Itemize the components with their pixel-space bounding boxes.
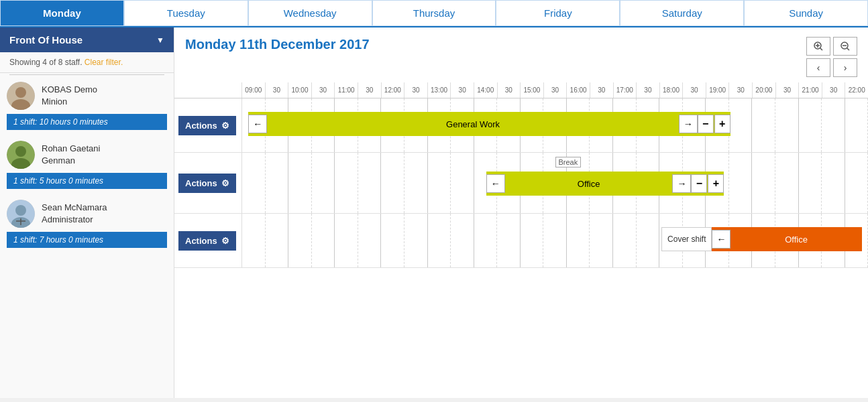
staff-item-2: Rohan GaetaniGenman 1 shift: 5 hours 0 m… [0, 135, 174, 189]
staff-info-1: KOBAS DemoMinion [7, 82, 167, 114]
staff-item-3: Sean McNamaraAdministrator 1 shift: 7 ho… [0, 194, 174, 248]
gear-icon-3: ⚙ [221, 236, 229, 246]
clear-filter-link[interactable]: Clear filter. [85, 58, 123, 67]
tab-friday[interactable]: Friday [496, 0, 620, 26]
tab-wednesday[interactable]: Wednesday [248, 0, 372, 26]
filter-text: Showing 4 of 8 staff. [9, 58, 83, 67]
row-actions-1: Actions ⚙ [174, 98, 241, 152]
actions-button-3[interactable]: Actions ⚙ [178, 231, 236, 251]
schedule-row-1: Actions ⚙ ← General Work → − [174, 98, 868, 153]
cover-shift-label: Cover shift [661, 227, 712, 251]
shift-bar-2: ← Office → − + [486, 172, 724, 196]
tab-saturday[interactable]: Saturday [620, 0, 744, 26]
shift-minus-1[interactable]: − [698, 115, 714, 133]
zoom-out-button[interactable] [833, 37, 857, 56]
shift-end-btns-2: − + [691, 174, 724, 193]
zoom-row-1 [806, 37, 857, 56]
shift-bar-1: ← General Work → − + [248, 112, 730, 136]
header-spacer [174, 82, 241, 98]
row-grid-3: Cover shift ← Office [241, 214, 868, 267]
sidebar-title: Front Of House [9, 34, 83, 46]
shift-right-arrow-2[interactable]: → [672, 174, 691, 193]
actions-button-2[interactable]: Actions ⚙ [178, 174, 236, 193]
schedule-title: Monday 11th December 2017 [185, 37, 370, 52]
time-labels-row: 09:003010:003011:003012:003013:003014:00… [241, 82, 868, 98]
sidebar-filter: Showing 4 of 8 staff. Clear filter. [0, 52, 174, 73]
staff-info-2: Rohan GaetaniGenman [7, 141, 167, 173]
actions-button-1[interactable]: Actions ⚙ [178, 116, 236, 135]
avatar-2 [7, 141, 35, 169]
zoom-controls: ‹ › [806, 37, 857, 77]
row-actions-3: Actions ⚙ [174, 214, 241, 267]
main-container: Front Of House ▼ Showing 4 of 8 staff. C… [0, 27, 868, 398]
avatar-3 [7, 200, 35, 228]
staff-shift-bar-3: 1 shift: 7 hours 0 minutes [7, 232, 167, 248]
break-label: Break [555, 157, 582, 168]
gear-icon-2: ⚙ [221, 178, 229, 188]
shift-plus-1[interactable]: + [714, 115, 730, 133]
sidebar-header[interactable]: Front Of House ▼ [0, 27, 174, 52]
staff-name-2: Rohan GaetaniGenman [42, 143, 100, 167]
staff-item-1: KOBAS DemoMinion 1 shift: 10 hours 0 min… [0, 76, 174, 130]
svg-line-16 [847, 48, 850, 51]
shift-plus-2[interactable]: + [708, 174, 724, 193]
zoom-in-button[interactable] [806, 37, 830, 56]
shift-end-btns-1: − + [698, 115, 730, 133]
tab-sunday[interactable]: Sunday [744, 0, 868, 26]
staff-shift-bar-2: 1 shift: 5 hours 0 minutes [7, 173, 167, 189]
svg-point-1 [15, 87, 26, 98]
avatar-1 [7, 82, 35, 110]
schedule-header: Monday 11th December 2017 ‹ › [174, 27, 868, 82]
shift-bar-3: Cover shift ← Office [661, 227, 862, 251]
sidebar: Front Of House ▼ Showing 4 of 8 staff. C… [0, 27, 174, 398]
next-button[interactable]: › [833, 58, 857, 77]
shift-left-arrow-3[interactable]: ← [712, 230, 730, 249]
shift-left-arrow-2[interactable]: ← [486, 174, 505, 193]
gear-icon-1: ⚙ [221, 121, 229, 131]
schedule-row-3: Actions ⚙ Cover shift ← Office [174, 214, 868, 268]
tab-thursday[interactable]: Thursday [372, 0, 496, 26]
shift-right-arrow-1[interactable]: → [679, 115, 698, 133]
shift-label-1: General Work [267, 119, 678, 129]
shift-label-2: Office [505, 179, 673, 189]
shift-minus-2[interactable]: − [691, 174, 707, 193]
app-container: Monday Tuesday Wednesday Thursday Friday… [0, 0, 868, 398]
day-tabs: Monday Tuesday Wednesday Thursday Friday… [0, 0, 868, 27]
staff-info-3: Sean McNamaraAdministrator [7, 200, 167, 232]
chevron-down-icon: ▼ [156, 36, 164, 45]
svg-point-7 [15, 205, 26, 216]
staff-shift-bar-1: 1 shift: 10 hours 0 minutes [7, 114, 167, 130]
prev-button[interactable]: ‹ [806, 58, 830, 77]
zoom-row-2: ‹ › [806, 58, 857, 77]
sidebar-divider [9, 74, 164, 75]
svg-point-4 [15, 146, 26, 157]
schedule-area: Monday 11th December 2017 ‹ › [174, 27, 868, 398]
svg-line-12 [820, 48, 823, 51]
schedule-row-2: Actions ⚙ Break ← Office → [174, 153, 868, 214]
row-actions-2: Actions ⚙ [174, 153, 241, 213]
tab-monday[interactable]: Monday [0, 0, 124, 26]
timeline-header: 09:003010:003011:003012:003013:003014:00… [174, 82, 868, 98]
shift-label-3: Office [730, 234, 861, 245]
staff-name-3: Sean McNamaraAdministrator [42, 202, 107, 226]
row-grid-2: Break ← Office → − + [241, 153, 868, 213]
tab-tuesday[interactable]: Tuesday [124, 0, 248, 26]
row-grid-1: ← General Work → − + [241, 98, 868, 152]
timeline-wrapper: 09:003010:003011:003012:003013:003014:00… [174, 82, 868, 398]
staff-name-1: KOBAS DemoMinion [42, 84, 97, 108]
shift-left-arrow-1[interactable]: ← [248, 115, 267, 133]
